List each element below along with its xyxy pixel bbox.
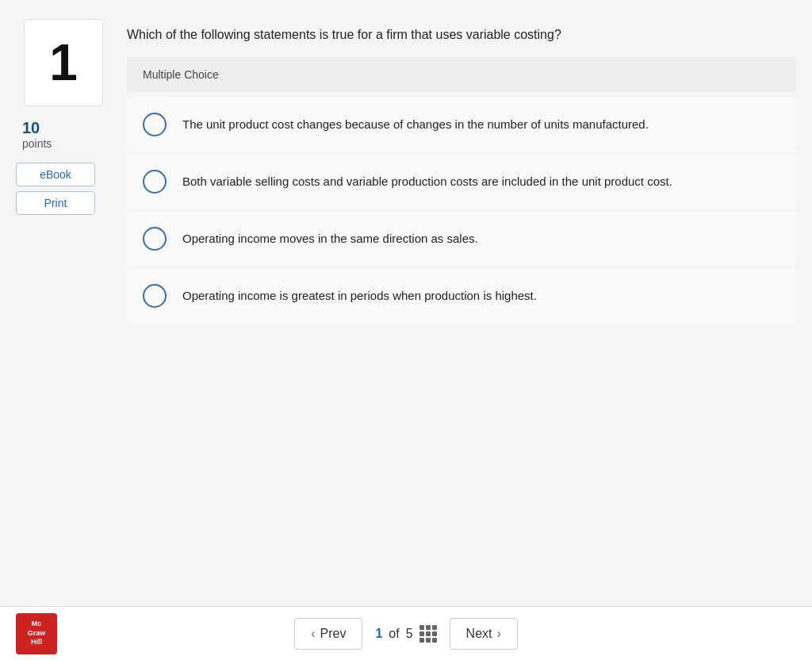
chevron-right-icon: › [496,627,500,641]
logo-line3: Hill [31,638,42,647]
grid-dot [419,625,424,630]
question-area: Which of the following statements is tru… [127,19,796,590]
grid-dot [426,625,431,630]
next-button[interactable]: Next › [450,618,518,650]
answer-choice-a[interactable]: The unit product cost changes because of… [127,97,796,152]
grid-dot [432,631,437,636]
grid-dot [432,625,437,630]
footer: Mc Graw Hill ‹ Prev 1 of 5 [0,606,812,660]
answer-text-d: Operating income is greatest in periods … [182,287,537,305]
mc-section: Multiple Choice [127,57,796,92]
radio-b [143,170,167,194]
points-number: 10 [22,119,111,137]
grid-dot [426,631,431,636]
footer-left: Mc Graw Hill [16,613,63,654]
current-page: 1 [375,627,382,641]
mc-label: Multiple Choice [143,68,780,81]
grid-dot [432,638,437,643]
question-number-box: 1 [24,19,103,106]
page-info: 1 of 5 [375,625,436,643]
radio-a [143,113,167,136]
logo-line2: Graw [28,629,46,639]
grid-dot [419,631,424,636]
sidebar: 1 10 points eBook Print [16,19,111,590]
answer-choice-c[interactable]: Operating income moves in the same direc… [127,211,796,267]
prev-label: Prev [320,627,347,641]
of-label: of [389,627,399,641]
ebook-button[interactable]: eBook [16,163,95,186]
points-section: 10 points [16,119,111,150]
logo-line1: Mc [32,620,42,629]
answer-text-c: Operating income moves in the same direc… [182,230,478,248]
grid-icon[interactable] [419,625,437,643]
prev-button[interactable]: ‹ Prev [294,618,362,650]
sidebar-buttons: eBook Print [16,163,111,215]
radio-c [143,227,167,251]
answer-text-a: The unit product cost changes because of… [182,116,649,134]
answer-choices: The unit product cost changes because of… [127,97,796,324]
points-label: points [22,137,111,150]
grid-dot [419,638,424,643]
radio-d [143,284,167,308]
next-label: Next [466,627,492,641]
mcgraw-hill-logo: Mc Graw Hill [16,613,57,654]
question-number: 1 [49,33,78,92]
grid-dot [426,638,431,643]
answer-text-b: Both variable selling costs and variable… [182,173,672,191]
print-button[interactable]: Print [16,191,95,215]
question-text: Which of the following statements is tru… [127,19,796,57]
footer-nav: ‹ Prev 1 of 5 Next › [294,618,518,650]
total-pages: 5 [406,627,413,641]
answer-choice-b[interactable]: Both variable selling costs and variable… [127,154,796,209]
answer-choice-d[interactable]: Operating income is greatest in periods … [127,268,796,324]
chevron-left-icon: ‹ [311,627,315,641]
